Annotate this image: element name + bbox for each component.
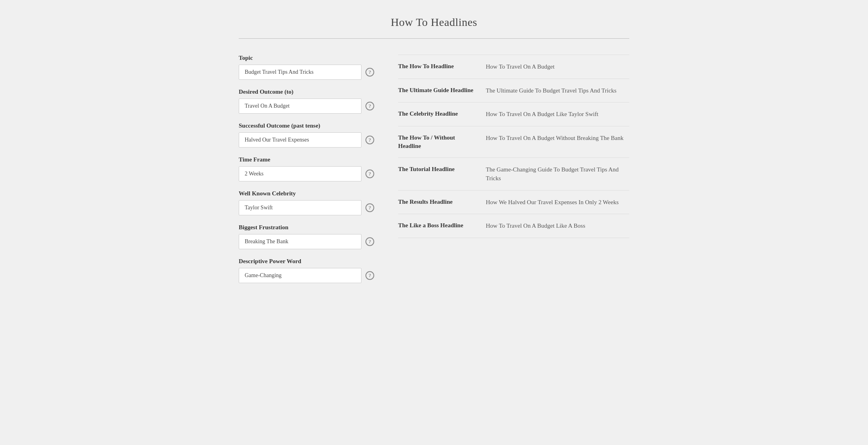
help-icon-topic[interactable]: ? [365,68,374,77]
input-power-word[interactable] [239,268,361,283]
headline-row: The Results HeadlineHow We Halved Our Tr… [398,191,629,215]
help-icon-desired-outcome[interactable]: ? [365,102,374,110]
label-successful-outcome: Successful Outcome (past tense) [239,122,374,129]
headline-row: The How To / Without HeadlineHow To Trav… [398,126,629,158]
input-celebrity[interactable] [239,200,361,215]
help-icon-successful-outcome[interactable]: ? [365,136,374,144]
headline-value: The Ultimate Guide To Budget Travel Tips… [486,86,629,95]
headline-value: How To Travel On A Budget Like A Boss [486,221,629,230]
headline-row: The How To HeadlineHow To Travel On A Bu… [398,55,629,79]
field-group-time-frame: Time Frame? [239,156,374,181]
label-topic: Topic [239,55,374,61]
page-container: How To Headlines Topic?Desired Outcome (… [215,0,653,316]
help-icon-time-frame[interactable]: ? [365,169,374,178]
label-power-word: Descriptive Power Word [239,258,374,265]
headline-value: How We Halved Our Travel Expenses In Onl… [486,198,629,207]
input-time-frame[interactable] [239,166,361,181]
left-panel: Topic?Desired Outcome (to)?Successful Ou… [239,55,374,292]
headline-value: How To Travel On A Budget [486,62,629,71]
field-group-desired-outcome: Desired Outcome (to)? [239,89,374,114]
field-group-power-word: Descriptive Power Word? [239,258,374,283]
label-time-frame: Time Frame [239,156,374,163]
field-group-frustration: Biggest Frustration? [239,224,374,249]
headline-value: The Game-Changing Guide To Budget Travel… [486,165,629,183]
headline-type: The Tutorial Headline [398,165,486,173]
page-title: How To Headlines [239,16,629,29]
headline-type: The Results Headline [398,198,486,206]
divider [239,38,629,39]
label-desired-outcome: Desired Outcome (to) [239,89,374,95]
headline-row: The Like a Boss HeadlineHow To Travel On… [398,214,629,238]
input-successful-outcome[interactable] [239,132,361,148]
headline-type: The How To Headline [398,62,486,71]
label-celebrity: Well Known Celebrity [239,190,374,197]
main-layout: Topic?Desired Outcome (to)?Successful Ou… [239,55,629,292]
field-group-celebrity: Well Known Celebrity? [239,190,374,215]
input-topic[interactable] [239,65,361,80]
input-frustration[interactable] [239,234,361,249]
headline-type: The Celebrity Headline [398,110,486,118]
headline-list: The How To HeadlineHow To Travel On A Bu… [398,55,629,238]
headline-row: The Celebrity HeadlineHow To Travel On A… [398,102,629,126]
headline-type: The Like a Boss Headline [398,221,486,230]
field-group-successful-outcome: Successful Outcome (past tense)? [239,122,374,148]
field-row-frustration: ? [239,234,374,249]
input-desired-outcome[interactable] [239,98,361,114]
field-group-topic: Topic? [239,55,374,80]
help-icon-celebrity[interactable]: ? [365,203,374,212]
right-panel: The How To HeadlineHow To Travel On A Bu… [398,55,629,238]
field-row-time-frame: ? [239,166,374,181]
help-icon-power-word[interactable]: ? [365,271,374,280]
field-row-successful-outcome: ? [239,132,374,148]
headline-type: The How To / Without Headline [398,134,486,150]
headline-value: How To Travel On A Budget Without Breaki… [486,134,629,143]
headline-type: The Ultimate Guide Headline [398,86,486,95]
field-row-celebrity: ? [239,200,374,215]
help-icon-frustration[interactable]: ? [365,237,374,246]
headline-row: The Tutorial HeadlineThe Game-Changing G… [398,158,629,191]
field-row-topic: ? [239,65,374,80]
headline-row: The Ultimate Guide HeadlineThe Ultimate … [398,79,629,103]
field-row-power-word: ? [239,268,374,283]
label-frustration: Biggest Frustration [239,224,374,231]
field-row-desired-outcome: ? [239,98,374,114]
headline-value: How To Travel On A Budget Like Taylor Sw… [486,110,629,119]
